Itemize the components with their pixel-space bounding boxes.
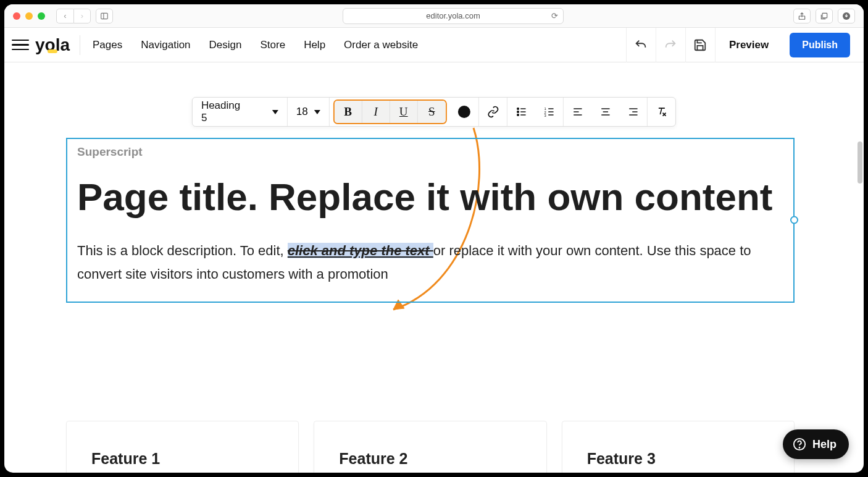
desc-text-before: This is a block description. To edit, [77,243,288,258]
menu-design[interactable]: Design [209,39,242,51]
undo-button[interactable] [626,28,656,62]
yola-logo[interactable]: yola [35,35,80,55]
menu-navigation[interactable]: Navigation [141,39,190,51]
maximize-window-icon[interactable] [38,12,45,20]
font-size-value: 18 [296,106,308,118]
editor-canvas[interactable]: Heading 5 18 B I U S [4,62,864,473]
sidebar-toggle-button[interactable] [96,9,113,23]
text-format-toolbar: Heading 5 18 B I U S [192,97,676,127]
menu-order-website[interactable]: Order a website [344,39,418,51]
bullet-list-button[interactable] [507,98,535,126]
link-button[interactable] [479,98,507,126]
publish-button[interactable]: Publish [790,33,850,57]
heading-style-label: Heading 5 [201,99,248,124]
minimize-window-icon[interactable] [25,12,33,20]
block-description[interactable]: This is a block description. To edit, cl… [77,239,783,287]
svg-point-29 [799,447,799,448]
browser-chrome: ‹ › editor.yola.com ⟳ [4,4,864,28]
window-controls [13,12,45,20]
feature-card[interactable]: Feature 3 [562,421,795,473]
app-toolbar: yola Pages Navigation Design Store Help … [4,28,864,62]
share-button[interactable] [793,9,811,23]
forward-button[interactable]: › [73,9,91,23]
feature-card[interactable]: Feature 2 [314,421,546,473]
svg-rect-0 [101,13,108,19]
downloads-button[interactable] [838,9,855,23]
font-size-select[interactable]: 18 [288,98,329,126]
main-menu: Pages Navigation Design Store Help Order… [93,39,418,51]
chevron-down-icon [272,110,278,114]
back-button[interactable]: ‹ [56,9,73,23]
desc-text-selected: click and type the text [288,243,433,258]
redo-button[interactable] [656,28,685,62]
svg-text:3: 3 [544,114,546,117]
feature-title: Feature 2 [339,450,521,468]
feature-card[interactable]: Feature 1 [66,421,299,473]
align-right-button[interactable] [619,98,647,126]
url-bar[interactable]: editor.yola.com ⟳ [343,8,564,24]
help-icon [793,437,806,451]
ordered-list-button[interactable]: 123 [535,98,563,126]
italic-button[interactable]: I [362,101,390,123]
save-button[interactable] [685,28,715,62]
bold-button[interactable]: B [335,101,362,123]
preview-button[interactable]: Preview [715,28,782,62]
menu-help[interactable]: Help [304,39,325,51]
reload-icon[interactable]: ⟳ [551,11,558,20]
heading-style-select[interactable]: Heading 5 [193,98,287,126]
text-color-button[interactable] [451,98,478,126]
svg-point-6 [517,111,519,113]
text-style-group: B I U S [333,99,447,124]
svg-rect-3 [822,13,827,18]
block-type-label: Superscript [77,145,783,159]
color-dot-icon [458,106,470,118]
align-center-button[interactable] [591,98,619,126]
hamburger-menu-button[interactable] [12,36,29,54]
feature-cards: Feature 1 Feature 2 Feature 3 [66,421,795,473]
scrollbar-thumb[interactable] [858,141,862,184]
url-text: editor.yola.com [426,11,480,20]
chevron-down-icon [314,110,320,114]
resize-handle[interactable] [790,216,798,224]
underline-button[interactable]: U [390,101,418,123]
svg-point-5 [517,108,519,110]
page-title[interactable]: Page title. Replace it with own content [77,171,783,223]
clear-format-button[interactable] [648,98,675,126]
svg-point-7 [517,114,519,116]
strikethrough-button[interactable]: S [418,101,446,123]
menu-store[interactable]: Store [260,39,285,51]
help-label: Help [812,438,837,451]
menu-pages[interactable]: Pages [93,39,122,51]
feature-title: Feature 1 [91,450,273,468]
help-chat-button[interactable]: Help [783,429,849,459]
tabs-button[interactable] [816,9,833,23]
nav-back-forward: ‹ › [56,9,91,23]
close-window-icon[interactable] [13,12,20,20]
feature-title: Feature 3 [587,450,769,468]
text-block-selected[interactable]: Superscript Page title. Replace it with … [66,138,795,303]
align-left-button[interactable] [564,98,591,126]
